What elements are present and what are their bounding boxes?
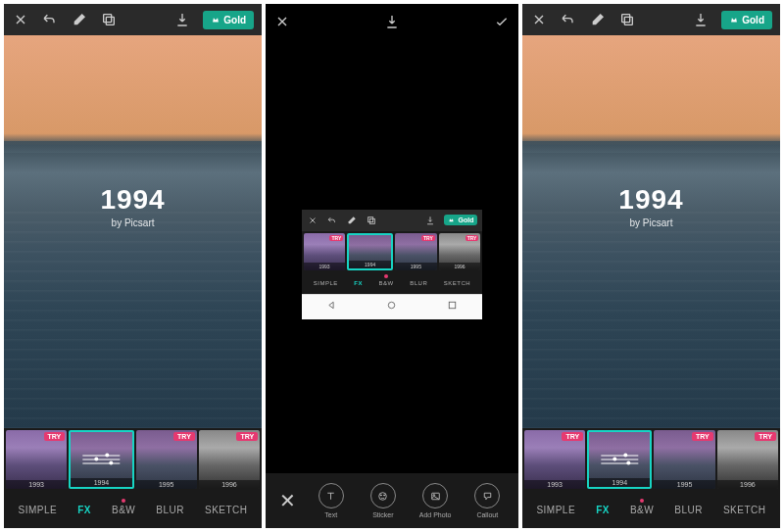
category-tabs: SIMPLE FX B&W BLUR SKETCH xyxy=(522,491,780,528)
sticker-icon xyxy=(370,483,396,508)
layers-icon[interactable] xyxy=(618,11,636,28)
toolbar-outer xyxy=(266,4,518,39)
close-icon[interactable] xyxy=(530,11,548,28)
tab-simple[interactable]: SIMPLE xyxy=(314,280,338,286)
android-nav xyxy=(302,294,483,319)
svg-rect-1 xyxy=(106,17,114,24)
gold-button[interactable]: Gold xyxy=(721,11,772,29)
layers-icon[interactable] xyxy=(366,215,377,226)
tool-sticker[interactable]: Sticker xyxy=(360,483,406,518)
sliders-icon xyxy=(83,456,120,464)
filter-thumbnails: TRY1993 1994 TRY1995 TRY1996 xyxy=(522,428,780,491)
tab-fx[interactable]: FX xyxy=(354,280,363,286)
tool-callout[interactable]: Callout xyxy=(465,483,511,518)
category-tabs: SIMPLE FX B&W BLUR SKETCH xyxy=(302,272,483,294)
tab-simple[interactable]: SIMPLE xyxy=(536,505,575,515)
back-key[interactable] xyxy=(325,298,338,315)
filter-overlay-text: 1994 by Picsart xyxy=(100,184,165,228)
filter-thumb[interactable]: TRY1996 xyxy=(717,430,778,489)
svg-point-7 xyxy=(381,494,382,495)
filter-thumb[interactable]: TRY1995 xyxy=(395,233,437,270)
filter-thumb[interactable]: TRY1995 xyxy=(136,430,197,489)
eraser-icon[interactable] xyxy=(589,11,607,28)
tab-blur[interactable]: BLUR xyxy=(674,505,703,515)
tab-bw[interactable]: B&W xyxy=(112,505,135,515)
download-icon[interactable] xyxy=(173,11,191,28)
svg-rect-11 xyxy=(622,15,630,23)
phone-right: Gold 1994 by Picsart TRY1993 1994 TRY199… xyxy=(522,4,780,528)
undo-icon[interactable] xyxy=(560,11,577,28)
image-canvas[interactable]: 1994 by Picsart xyxy=(522,35,780,428)
tab-sketch[interactable]: SKETCH xyxy=(723,505,766,515)
phone-middle: Gold TRY1993 1994 TRY1995 TRY1996 SIMPLE… xyxy=(266,4,518,528)
filter-thumb[interactable]: TRY1993 xyxy=(6,430,67,489)
close-icon[interactable] xyxy=(12,11,29,28)
preview-area: Gold TRY1993 1994 TRY1995 TRY1996 SIMPLE… xyxy=(266,39,518,473)
svg-rect-2 xyxy=(368,217,372,221)
gold-button[interactable]: Gold xyxy=(203,11,254,29)
text-icon xyxy=(318,483,344,508)
close-icon[interactable] xyxy=(307,215,318,226)
try-badge: TRY xyxy=(236,432,258,441)
close-icon[interactable] xyxy=(273,13,291,30)
download-icon[interactable] xyxy=(692,11,710,28)
svg-rect-5 xyxy=(449,302,456,309)
recent-key[interactable] xyxy=(446,298,459,315)
tab-fx[interactable]: FX xyxy=(77,505,91,515)
try-badge: TRY xyxy=(44,432,66,441)
try-badge: TRY xyxy=(173,432,195,441)
layers-icon[interactable] xyxy=(100,11,118,28)
filter-thumbnails: TRY1993 1994 TRY1995 TRY1996 xyxy=(302,231,483,272)
filter-thumb[interactable]: TRY1993 xyxy=(304,233,346,270)
tool-text[interactable]: Text xyxy=(308,483,354,518)
filter-thumb[interactable]: TRY1996 xyxy=(439,233,481,270)
svg-point-10 xyxy=(433,494,435,496)
gold-button[interactable]: Gold xyxy=(444,215,477,225)
svg-rect-12 xyxy=(624,17,632,24)
tab-simple[interactable]: SIMPLE xyxy=(19,505,58,515)
svg-point-6 xyxy=(379,492,387,500)
tab-blur[interactable]: BLUR xyxy=(156,505,184,515)
tab-sketch[interactable]: SKETCH xyxy=(444,280,470,286)
svg-rect-3 xyxy=(369,218,374,223)
eraser-icon[interactable] xyxy=(71,11,88,28)
bottom-toolbar: ✕ Text Sticker Add Photo Callout xyxy=(266,473,518,528)
filter-thumb[interactable]: TRY1993 xyxy=(524,430,585,489)
check-icon[interactable] xyxy=(493,13,511,30)
svg-rect-0 xyxy=(104,15,112,23)
sliders-icon xyxy=(602,456,638,464)
tab-bw[interactable]: B&W xyxy=(379,280,394,286)
tab-blur[interactable]: BLUR xyxy=(410,280,427,286)
download-icon[interactable] xyxy=(383,13,401,30)
toolbar: Gold xyxy=(302,210,483,231)
tab-sketch[interactable]: SKETCH xyxy=(205,505,248,515)
phone-left: Gold 1994 by Picsart TRY1993 1994 TRY199… xyxy=(4,4,262,528)
filter-overlay-text: 1994 by Picsart xyxy=(618,184,683,228)
undo-icon[interactable] xyxy=(326,215,338,226)
photo-icon xyxy=(422,483,448,508)
filter-thumbnails: TRY1993 1994 TRY1995 TRY1996 xyxy=(4,428,262,491)
close-icon[interactable]: ✕ xyxy=(273,489,302,512)
image-canvas[interactable]: 1994 by Picsart xyxy=(4,35,262,428)
callout-icon xyxy=(474,483,500,508)
tab-bw[interactable]: B&W xyxy=(630,505,654,515)
download-icon[interactable] xyxy=(424,215,436,226)
undo-icon[interactable] xyxy=(41,11,59,28)
category-tabs: SIMPLE FX B&W BLUR SKETCH xyxy=(4,491,262,528)
tool-add-photo[interactable]: Add Photo xyxy=(413,483,459,518)
svg-point-4 xyxy=(389,302,396,309)
filter-thumb-active[interactable]: 1994 xyxy=(347,233,393,270)
home-key[interactable] xyxy=(385,298,398,315)
filter-thumb-active[interactable]: 1994 xyxy=(69,430,133,489)
filter-thumb-active[interactable]: 1994 xyxy=(587,430,652,489)
nested-phone: Gold TRY1993 1994 TRY1995 TRY1996 SIMPLE… xyxy=(302,210,483,319)
tab-fx[interactable]: FX xyxy=(596,505,610,515)
filter-thumb[interactable]: TRY1995 xyxy=(654,430,714,489)
toolbar: Gold xyxy=(522,4,780,35)
toolbar: Gold xyxy=(4,4,262,35)
svg-point-8 xyxy=(384,494,385,495)
eraser-icon[interactable] xyxy=(346,215,358,226)
filter-thumb[interactable]: TRY1996 xyxy=(199,430,260,489)
